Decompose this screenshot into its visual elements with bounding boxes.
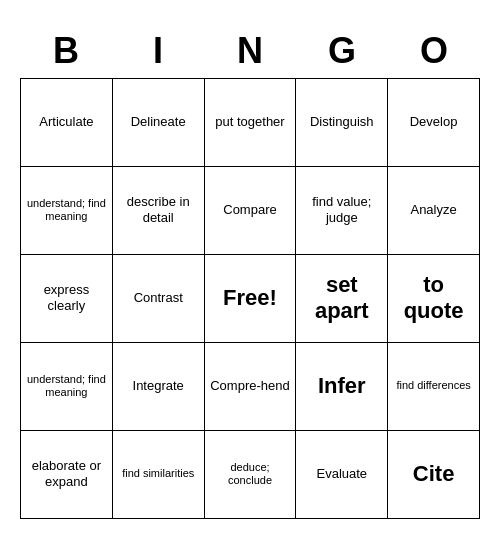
bingo-cell-15: understand; find meaning xyxy=(21,343,113,431)
bingo-cell-19: find differences xyxy=(388,343,480,431)
bingo-cell-23: Evaluate xyxy=(296,431,388,519)
bingo-header: BINGO xyxy=(20,26,480,76)
bingo-cell-0: Articulate xyxy=(21,79,113,167)
bingo-cell-1: Delineate xyxy=(113,79,205,167)
bingo-cell-22: deduce; conclude xyxy=(205,431,297,519)
bingo-cell-4: Develop xyxy=(388,79,480,167)
bingo-cell-2: put together xyxy=(205,79,297,167)
bingo-cell-12: Free! xyxy=(205,255,297,343)
bingo-cell-16: Integrate xyxy=(113,343,205,431)
bingo-cell-18: Infer xyxy=(296,343,388,431)
bingo-letter-o: O xyxy=(388,26,480,76)
bingo-card: BINGO ArticulateDelineateput togetherDis… xyxy=(10,16,490,529)
bingo-cell-11: Contrast xyxy=(113,255,205,343)
bingo-cell-21: find similarities xyxy=(113,431,205,519)
bingo-letter-g: G xyxy=(296,26,388,76)
bingo-cell-7: Compare xyxy=(205,167,297,255)
bingo-cell-13: set apart xyxy=(296,255,388,343)
bingo-letter-b: B xyxy=(20,26,112,76)
bingo-cell-20: elaborate or expand xyxy=(21,431,113,519)
bingo-grid: ArticulateDelineateput togetherDistingui… xyxy=(20,78,480,519)
bingo-letter-n: N xyxy=(204,26,296,76)
bingo-cell-14: to quote xyxy=(388,255,480,343)
bingo-cell-5: understand; find meaning xyxy=(21,167,113,255)
bingo-cell-8: find value; judge xyxy=(296,167,388,255)
bingo-cell-9: Analyze xyxy=(388,167,480,255)
bingo-cell-6: describe in detail xyxy=(113,167,205,255)
bingo-cell-17: Compre-hend xyxy=(205,343,297,431)
bingo-cell-3: Distinguish xyxy=(296,79,388,167)
bingo-letter-i: I xyxy=(112,26,204,76)
bingo-cell-24: Cite xyxy=(388,431,480,519)
bingo-cell-10: express clearly xyxy=(21,255,113,343)
